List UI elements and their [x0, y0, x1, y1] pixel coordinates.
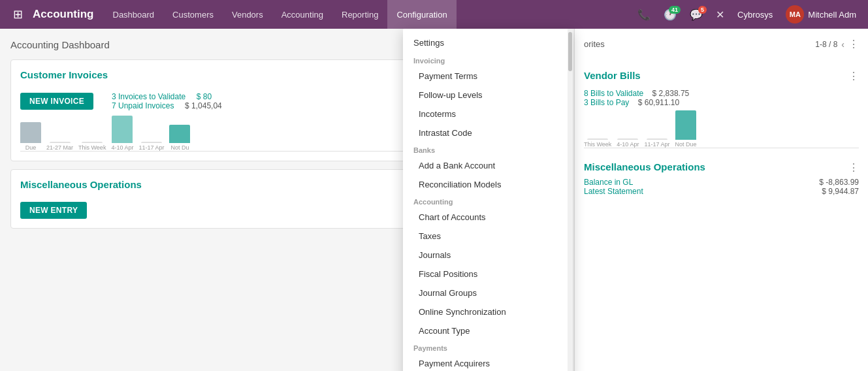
user-menu[interactable]: MA Mitchell Adm — [780, 5, 861, 24]
v-bar-not-due: Not Due — [675, 110, 696, 148]
right-panel: orites 1-8 / 8 ‹ ⋮ Vendor Bills ⋮ 8 Bill… — [574, 29, 868, 371]
dropdown-payment-terms[interactable]: Payment Terms — [403, 67, 568, 86]
right-panel-header: orites 1-8 / 8 ‹ ⋮ — [584, 38, 859, 50]
bar-due-label: Due — [25, 144, 37, 151]
nav-configuration[interactable]: Configuration — [387, 0, 456, 29]
dropdown-banks-label: Banks — [403, 142, 568, 156]
dropdown-payments-label: Payments — [403, 340, 568, 354]
dropdown-settings[interactable]: Settings — [403, 33, 568, 53]
customer-invoices-title: Customer Invoices — [20, 69, 108, 80]
vendor-chart: This Week 4-10 Apr 11-17 Apr Not Due — [584, 112, 859, 148]
invoice-links: 3 Invoices to Validate $ 80 7 Unpaid Inv… — [112, 92, 222, 110]
bar-11-17-label: 11-17 Apr — [138, 144, 164, 151]
bar-this-week-label: This Week — [78, 144, 106, 151]
bar-21-27: 21-27 Mar — [46, 142, 73, 151]
dropdown-journals[interactable]: Journals — [403, 246, 568, 265]
dropdown-incoterms[interactable]: Incoterms — [403, 105, 568, 123]
message-badge: 5 — [698, 6, 707, 14]
nav-accounting[interactable]: Accounting — [272, 0, 332, 29]
nav-reporting[interactable]: Reporting — [332, 0, 387, 29]
invoice-amount-val: $ 80 — [197, 92, 212, 101]
bills-amount2: $ 60,911.10 — [632, 98, 679, 107]
main-nav: Dashboard Customers Vendors Accounting R… — [104, 0, 457, 29]
gl-info: Balance in GL $ -8,863.99 Latest Stateme… — [584, 178, 859, 196]
invoice-amount2-val: $ 1,045,04 — [185, 101, 222, 110]
vendor-bills-title: Vendor Bills — [584, 70, 641, 81]
dropdown-content: Settings Invoicing Payment Terms Follow-… — [403, 29, 568, 371]
bar-4-10: 4-10 Apr — [111, 116, 133, 151]
dropdown-reconciliation[interactable]: Reconciliation Models — [403, 175, 568, 194]
dropdown-account-type[interactable]: Account Type — [403, 321, 568, 340]
activity-icon[interactable]: 🕐 41 — [658, 5, 682, 25]
vendor-bills-section: Vendor Bills ⋮ 8 Bills to Validate $ 2,8… — [584, 70, 859, 148]
dropdown-accounting-label: Accounting — [403, 194, 568, 208]
dropdown-followup-levels[interactable]: Follow-up Levels — [403, 86, 568, 105]
dropdown-add-bank[interactable]: Add a Bank Account — [403, 156, 568, 175]
bar-due-bar — [20, 122, 41, 143]
dropdown-scrollbar[interactable] — [568, 29, 573, 371]
dropdown-intrastat-code[interactable]: Intrastat Code — [403, 123, 568, 142]
bar-4-10-bar — [112, 116, 133, 143]
new-invoice-button[interactable]: NEW INVOICE — [20, 93, 93, 110]
balance-gl-amount: $ -8,863.99 — [819, 178, 859, 187]
messages-icon[interactable]: 💬 5 — [684, 5, 708, 25]
dropdown-journal-groups[interactable]: Journal Groups — [403, 283, 568, 302]
latest-statement-link[interactable]: Latest Statement — [584, 187, 643, 196]
misc-title: Miscellaneous Operations — [20, 179, 142, 190]
nav-dashboard[interactable]: Dashboard — [104, 0, 164, 29]
bar-this-week: This Week — [78, 142, 106, 151]
configuration-dropdown: Settings Invoicing Payment Terms Follow-… — [403, 29, 573, 371]
v-bar-4-10-bar — [617, 138, 638, 140]
bills-links: 8 Bills to Validate $ 2,838.75 3 Bills t… — [584, 89, 689, 107]
user-avatar: MA — [786, 5, 804, 24]
dropdown-payment-acquirers[interactable]: Payment Acquirers — [403, 354, 568, 371]
v-bar-not-due-bar — [675, 110, 696, 140]
dropdown-invoicing-label: Invoicing — [403, 53, 568, 67]
user-name: Mitchell Adm — [808, 10, 856, 20]
new-entry-button[interactable]: NEW ENTRY — [20, 202, 87, 219]
bar-21-27-label: 21-27 Mar — [46, 144, 73, 151]
bar-11-17-bar — [141, 142, 162, 143]
dropdown-fiscal-positions[interactable]: Fiscal Positions — [403, 265, 568, 283]
apps-grid-icon[interactable]: ⊞ — [7, 7, 29, 22]
company-name[interactable]: Cybrosys — [732, 10, 778, 20]
activity-badge: 41 — [669, 6, 681, 14]
bar-not-due-bar — [169, 125, 190, 143]
close-icon[interactable]: ✕ — [711, 5, 730, 25]
three-dots-menu[interactable]: ⋮ — [848, 38, 859, 50]
main-content: Accounting Dashboard Customer Invoices N… — [0, 29, 868, 371]
balance-gl-link[interactable]: Balance in GL — [584, 178, 633, 187]
latest-statement-amount: $ 9,944.87 — [822, 187, 859, 196]
bar-not-due-label: Not Du — [170, 144, 189, 151]
pagination: 1-8 / 8 ‹ — [815, 39, 844, 50]
nav-customers[interactable]: Customers — [163, 0, 223, 29]
topbar-right: 📞 🕐 41 💬 5 ✕ Cybrosys MA Mitchell Adm — [632, 5, 861, 25]
v-bar-4-10: 4-10 Apr — [617, 138, 639, 148]
v-bar-11-17: 11-17 Apr — [644, 138, 669, 148]
dropdown-taxes[interactable]: Taxes — [403, 227, 568, 246]
dropdown-scroll-area: Settings Invoicing Payment Terms Follow-… — [403, 29, 573, 371]
vendor-bills-dots[interactable]: ⋮ — [848, 70, 859, 82]
dropdown-online-sync[interactable]: Online Synchronization — [403, 302, 568, 321]
invoices-to-validate-link[interactable]: 3 Invoices to Validate — [112, 92, 185, 101]
pagination-prev[interactable]: ‹ — [841, 39, 844, 50]
unpaid-invoices-link[interactable]: 7 Unpaid Invoices — [112, 101, 174, 110]
misc-right-section: Miscellaneous Operations ⋮ Balance in GL… — [584, 161, 859, 196]
phone-icon[interactable]: 📞 — [632, 5, 656, 25]
bills-amount1: $ 2,838.75 — [646, 89, 690, 98]
v-bar-11-17-bar — [647, 138, 667, 140]
bills-to-pay-link[interactable]: 3 Bills to Pay — [584, 98, 629, 107]
v-bar-this-week: This Week — [584, 138, 611, 148]
topbar: ⊞ Accounting Dashboard Customers Vendors… — [0, 0, 868, 29]
misc-dots[interactable]: ⋮ — [848, 161, 859, 174]
bar-due: Due — [20, 122, 41, 151]
nav-vendors[interactable]: Vendors — [223, 0, 272, 29]
pagination-text: 1-8 / 8 — [815, 40, 837, 49]
misc-right-title: Miscellaneous Operations — [584, 161, 705, 174]
dropdown-chart-accounts[interactable]: Chart of Accounts — [403, 208, 568, 227]
bills-to-validate-link[interactable]: 8 Bills to Validate — [584, 89, 643, 98]
bar-4-10-label: 4-10 Apr — [111, 144, 133, 151]
invoice-amount2 — [176, 101, 185, 110]
bar-11-17: 11-17 Apr — [138, 142, 164, 151]
favorites-label: orites — [584, 39, 605, 49]
